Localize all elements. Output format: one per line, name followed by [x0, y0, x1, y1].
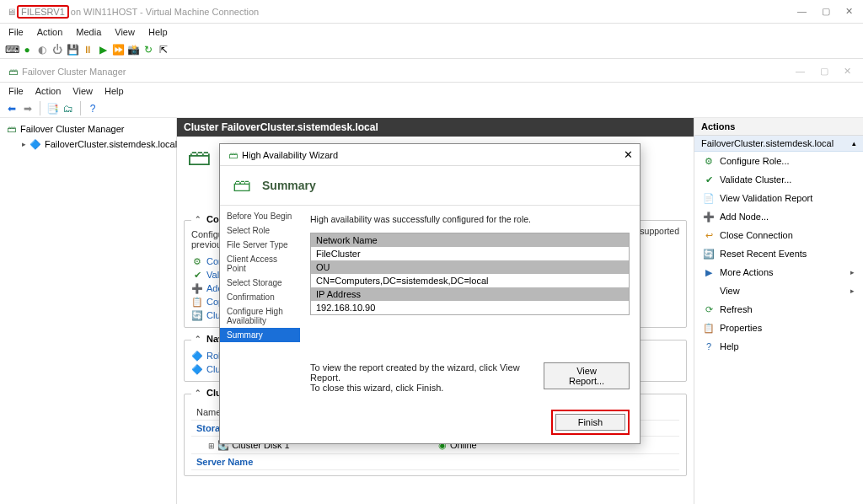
chevron-up-icon: ▴: [852, 139, 856, 147]
action-label: View Validation Report: [720, 193, 812, 203]
collapse-icon-2[interactable]: ⌃: [195, 335, 201, 343]
step-before[interactable]: Before You Begin: [220, 209, 300, 223]
tb-enhanced-icon[interactable]: ↻: [142, 43, 155, 56]
wizard-foot1: To view the report created by the wizard…: [310, 362, 535, 383]
action-add-node[interactable]: ➕Add Node...: [694, 207, 863, 226]
app-menubar: File Action View Help: [0, 83, 863, 99]
action-properties[interactable]: 📋Properties: [694, 319, 863, 337]
tree-root-label: Failover Cluster Manager: [20, 124, 125, 134]
app-icon: 🗃: [7, 66, 19, 78]
action-reset-recent-events[interactable]: 🔄Reset Recent Events: [694, 244, 863, 263]
action-icon: ?: [703, 340, 715, 352]
finish-button[interactable]: Finish: [555, 414, 625, 431]
check-icon: ✔: [191, 269, 203, 281]
detail-netname-head: Network Name: [311, 233, 629, 247]
step-summary[interactable]: Summary: [220, 328, 300, 342]
app-close-icon[interactable]: ✕: [844, 66, 851, 77]
step-confirm[interactable]: Confirmation: [220, 290, 300, 304]
wizard-close-icon[interactable]: ✕: [624, 148, 633, 161]
tree-root[interactable]: 🗃 Failover Cluster Manager: [2, 121, 174, 137]
action-label: Refresh: [720, 304, 753, 314]
wizard-icon: 🗃: [227, 149, 239, 161]
action-close-connection[interactable]: ↩Close Connection: [694, 226, 863, 244]
supported-text: r supported: [635, 226, 679, 236]
view-report-button[interactable]: View Report...: [544, 362, 630, 389]
vm-max-icon[interactable]: ▢: [822, 6, 830, 17]
tb-reset-icon[interactable]: ▶: [96, 43, 110, 56]
wizard-foot2: To close this wizard, click Finish.: [310, 383, 535, 393]
action-view[interactable]: View▸: [694, 281, 863, 300]
detail-netname-val: FileCluster: [311, 247, 629, 260]
action-icon: ▶: [703, 266, 715, 278]
cluster-icon: 🔷: [29, 138, 41, 150]
app-menu-action[interactable]: Action: [35, 86, 62, 96]
app-menu-file[interactable]: File: [8, 86, 24, 96]
tree-cluster-node[interactable]: ▸ 🔷 FailoverCluster.sistemdesk.local: [2, 137, 174, 152]
nav-tree: 🗃 Failover Cluster Manager ▸ 🔷 FailoverC…: [0, 118, 177, 504]
tb-start-icon[interactable]: ●: [20, 43, 34, 56]
tb-up-icon[interactable]: 📑: [46, 102, 59, 115]
vm-min-icon[interactable]: —: [797, 6, 807, 17]
vm-host-highlight: FILESRV1: [17, 5, 69, 19]
actions-pane: Actions FailoverCluster.sistemdesk.local…: [694, 118, 863, 504]
tb-revert-icon[interactable]: 📸: [126, 43, 140, 56]
vm-menu-file[interactable]: File: [8, 27, 24, 37]
tb-checkpoint-icon[interactable]: ⏩: [111, 43, 125, 56]
action-label: Reset Recent Events: [720, 249, 807, 259]
app-min-icon[interactable]: —: [796, 66, 805, 77]
action-label: Close Connection: [720, 230, 793, 240]
vm-close-icon[interactable]: ✕: [845, 6, 853, 17]
tb-pause-icon[interactable]: ⏸: [81, 43, 94, 56]
vm-menubar: File Action Media View Help: [0, 24, 863, 40]
vm-titlebar: 🖥 FILESRV1 on WIN11HOST - Virtual Machin…: [0, 0, 863, 24]
step-configure[interactable]: Configure High Availability: [220, 304, 300, 328]
collapse-icon[interactable]: ⌃: [195, 215, 201, 223]
vm-menu-view[interactable]: View: [115, 27, 135, 37]
vm-menu-action[interactable]: Action: [37, 27, 63, 37]
events-icon: 🔷: [191, 363, 203, 375]
tb-share-icon[interactable]: ⇱: [157, 43, 170, 56]
tb-turnoff-icon[interactable]: ◐: [35, 43, 49, 56]
tb-ctrl-alt-del-icon[interactable]: ⌨: [5, 43, 19, 56]
tb-props-icon[interactable]: 🗂: [62, 102, 75, 115]
vm-title-text: on WIN11HOST - Virtual Machine Connectio…: [71, 7, 259, 17]
collapse-icon-3[interactable]: ⌃: [195, 389, 201, 397]
action-icon: 📋: [703, 322, 715, 334]
roles-icon: 🔷: [191, 350, 203, 362]
app-menu-help[interactable]: Help: [105, 86, 124, 96]
action-validate-cluster[interactable]: ✔Validate Cluster...: [694, 170, 863, 189]
vm-menu-help[interactable]: Help: [148, 27, 168, 37]
action-view-validation-report[interactable]: 📄View Validation Report: [694, 189, 863, 207]
action-help[interactable]: ?Help: [694, 337, 863, 356]
tb-save-icon[interactable]: 💾: [66, 43, 79, 56]
action-label: Help: [720, 341, 739, 351]
action-icon: ✔: [703, 174, 715, 185]
step-storage[interactable]: Select Storage: [220, 276, 300, 290]
step-cap[interactable]: Client Access Point: [220, 252, 300, 276]
tb-shutdown-icon[interactable]: ⏻: [51, 43, 64, 56]
plus-icon: ➕: [191, 282, 203, 294]
action-icon: [703, 285, 715, 297]
finish-highlight: Finish: [551, 410, 630, 435]
actions-context-label: FailoverCluster.sistemdesk.local: [701, 138, 834, 148]
action-label: More Actions: [720, 267, 774, 277]
action-label: Add Node...: [720, 212, 769, 222]
nav-fwd-icon[interactable]: ➡: [21, 102, 35, 115]
actions-head: Actions: [694, 118, 863, 136]
nav-back-icon[interactable]: ⬅: [5, 102, 19, 115]
tb-help-icon[interactable]: ?: [86, 102, 99, 115]
step-role[interactable]: Select Role: [220, 223, 300, 238]
app-menu-view[interactable]: View: [72, 86, 93, 96]
step-fstype[interactable]: File Server Type: [220, 238, 300, 252]
app-max-icon[interactable]: ▢: [820, 66, 828, 77]
center-pane: Cluster FailoverCluster.sistemdesk.local…: [177, 118, 694, 504]
action-refresh[interactable]: ⟳Refresh: [694, 300, 863, 319]
actions-context[interactable]: FailoverCluster.sistemdesk.local ▴: [694, 136, 863, 152]
row-server-head[interactable]: Server Name: [191, 454, 679, 470]
copy-icon: 📋: [191, 296, 203, 308]
app-titlebar: 🗃 Failover Cluster Manager — ▢ ✕: [0, 61, 863, 83]
expand-icon[interactable]: ▸: [22, 140, 26, 148]
action-more-actions[interactable]: ▶More Actions▸: [694, 263, 863, 281]
vm-menu-media[interactable]: Media: [76, 27, 101, 37]
action-configure-role[interactable]: ⚙Configure Role...: [694, 152, 863, 170]
